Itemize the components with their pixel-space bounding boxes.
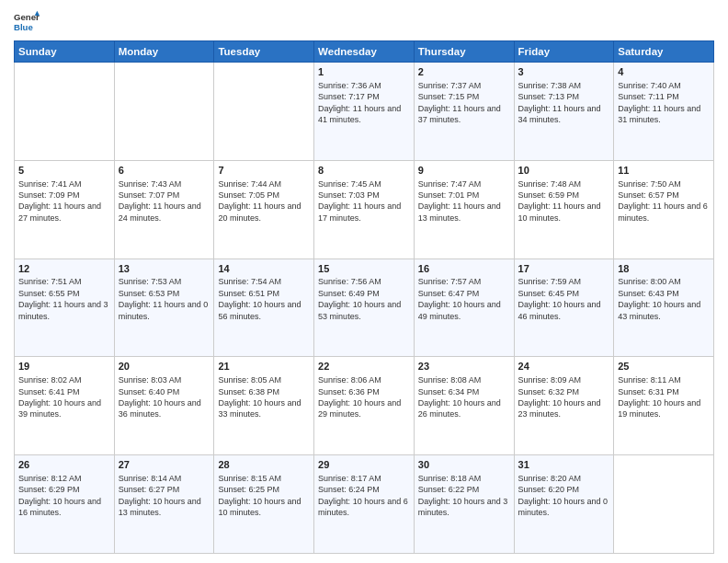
header: General Blue [14, 9, 714, 35]
cell-info: Sunrise: 8:00 AM Sunset: 6:43 PM Dayligh… [618, 276, 710, 322]
cell-info: Sunrise: 7:54 AM Sunset: 6:51 PM Dayligh… [218, 276, 310, 322]
logo-icon: General Blue [14, 9, 40, 35]
day-number: 14 [218, 262, 310, 276]
cell-info: Sunrise: 7:57 AM Sunset: 6:47 PM Dayligh… [418, 276, 510, 322]
calendar-cell: 19Sunrise: 8:02 AM Sunset: 6:41 PM Dayli… [15, 357, 115, 455]
col-header-sunday: Sunday [15, 41, 115, 63]
calendar-cell: 2Sunrise: 7:37 AM Sunset: 7:15 PM Daylig… [414, 63, 514, 161]
day-number: 17 [518, 262, 610, 276]
calendar-cell: 14Sunrise: 7:54 AM Sunset: 6:51 PM Dayli… [214, 259, 314, 357]
calendar-cell [614, 455, 714, 554]
calendar-cell: 17Sunrise: 7:59 AM Sunset: 6:45 PM Dayli… [514, 259, 614, 357]
calendar-cell: 30Sunrise: 8:18 AM Sunset: 6:22 PM Dayli… [414, 455, 514, 554]
day-number: 8 [318, 164, 410, 178]
calendar-week-2: 5Sunrise: 7:41 AM Sunset: 7:09 PM Daylig… [15, 160, 714, 259]
day-number: 9 [418, 164, 510, 178]
day-number: 22 [318, 360, 410, 373]
calendar-cell: 6Sunrise: 7:43 AM Sunset: 7:07 PM Daylig… [114, 160, 214, 259]
col-header-tuesday: Tuesday [214, 41, 314, 63]
calendar-week-1: 1Sunrise: 7:36 AM Sunset: 7:17 PM Daylig… [15, 63, 714, 161]
calendar-cell: 20Sunrise: 8:03 AM Sunset: 6:40 PM Dayli… [114, 357, 214, 455]
calendar-week-3: 12Sunrise: 7:51 AM Sunset: 6:55 PM Dayli… [15, 259, 714, 357]
day-number: 10 [518, 164, 610, 178]
day-number: 29 [318, 458, 410, 472]
day-number: 11 [618, 164, 710, 178]
cell-info: Sunrise: 7:48 AM Sunset: 6:59 PM Dayligh… [518, 178, 610, 224]
calendar-cell: 31Sunrise: 8:20 AM Sunset: 6:20 PM Dayli… [514, 455, 614, 554]
calendar-cell: 1Sunrise: 7:36 AM Sunset: 7:17 PM Daylig… [314, 63, 415, 161]
day-number: 24 [518, 360, 610, 373]
calendar-cell: 11Sunrise: 7:50 AM Sunset: 6:57 PM Dayli… [614, 160, 714, 259]
col-header-monday: Monday [114, 41, 214, 63]
calendar-cell: 9Sunrise: 7:47 AM Sunset: 7:01 PM Daylig… [414, 160, 514, 259]
cell-info: Sunrise: 8:12 AM Sunset: 6:29 PM Dayligh… [18, 473, 110, 519]
col-header-friday: Friday [514, 41, 614, 63]
cell-info: Sunrise: 7:41 AM Sunset: 7:09 PM Dayligh… [18, 178, 110, 224]
day-number: 30 [418, 458, 510, 472]
col-header-thursday: Thursday [414, 41, 514, 63]
calendar-week-5: 26Sunrise: 8:12 AM Sunset: 6:29 PM Dayli… [15, 455, 714, 554]
calendar-week-4: 19Sunrise: 8:02 AM Sunset: 6:41 PM Dayli… [15, 357, 714, 455]
calendar-cell: 23Sunrise: 8:08 AM Sunset: 6:34 PM Dayli… [414, 357, 514, 455]
day-number: 25 [618, 360, 710, 373]
day-number: 5 [18, 164, 110, 178]
day-number: 6 [119, 164, 210, 178]
day-number: 31 [518, 458, 610, 472]
cell-info: Sunrise: 7:37 AM Sunset: 7:15 PM Dayligh… [418, 80, 510, 126]
day-number: 19 [18, 360, 110, 373]
calendar-cell: 24Sunrise: 8:09 AM Sunset: 6:32 PM Dayli… [514, 357, 614, 455]
cell-info: Sunrise: 7:47 AM Sunset: 7:01 PM Dayligh… [418, 178, 510, 224]
calendar-cell: 28Sunrise: 8:15 AM Sunset: 6:25 PM Dayli… [214, 455, 314, 554]
cell-info: Sunrise: 8:15 AM Sunset: 6:25 PM Dayligh… [218, 473, 310, 519]
col-header-wednesday: Wednesday [314, 41, 415, 63]
calendar-cell: 27Sunrise: 8:14 AM Sunset: 6:27 PM Dayli… [114, 455, 214, 554]
day-number: 2 [418, 65, 510, 79]
cell-info: Sunrise: 8:17 AM Sunset: 6:24 PM Dayligh… [318, 473, 410, 519]
day-number: 16 [418, 262, 510, 276]
day-number: 7 [218, 164, 310, 178]
day-number: 27 [119, 458, 210, 472]
cell-info: Sunrise: 7:36 AM Sunset: 7:17 PM Dayligh… [318, 80, 410, 126]
day-number: 26 [18, 458, 110, 472]
calendar-cell: 29Sunrise: 8:17 AM Sunset: 6:24 PM Dayli… [314, 455, 415, 554]
cell-info: Sunrise: 8:06 AM Sunset: 6:36 PM Dayligh… [318, 374, 410, 420]
cell-info: Sunrise: 8:05 AM Sunset: 6:38 PM Dayligh… [218, 374, 310, 420]
calendar-cell [214, 63, 314, 161]
cell-info: Sunrise: 8:18 AM Sunset: 6:22 PM Dayligh… [418, 473, 510, 519]
calendar-cell: 13Sunrise: 7:53 AM Sunset: 6:53 PM Dayli… [114, 259, 214, 357]
cell-info: Sunrise: 8:20 AM Sunset: 6:20 PM Dayligh… [518, 473, 610, 519]
calendar-cell: 16Sunrise: 7:57 AM Sunset: 6:47 PM Dayli… [414, 259, 514, 357]
calendar-cell: 18Sunrise: 8:00 AM Sunset: 6:43 PM Dayli… [614, 259, 714, 357]
calendar-cell: 4Sunrise: 7:40 AM Sunset: 7:11 PM Daylig… [614, 63, 714, 161]
calendar-cell: 21Sunrise: 8:05 AM Sunset: 6:38 PM Dayli… [214, 357, 314, 455]
cell-info: Sunrise: 8:11 AM Sunset: 6:31 PM Dayligh… [618, 374, 710, 420]
cell-info: Sunrise: 8:14 AM Sunset: 6:27 PM Dayligh… [119, 473, 210, 519]
cell-info: Sunrise: 7:53 AM Sunset: 6:53 PM Dayligh… [119, 276, 210, 322]
day-number: 21 [218, 360, 310, 373]
cell-info: Sunrise: 7:45 AM Sunset: 7:03 PM Dayligh… [318, 178, 410, 224]
day-number: 18 [618, 262, 710, 276]
logo: General Blue [14, 9, 40, 35]
calendar-cell: 3Sunrise: 7:38 AM Sunset: 7:13 PM Daylig… [514, 63, 614, 161]
calendar-cell: 22Sunrise: 8:06 AM Sunset: 6:36 PM Dayli… [314, 357, 415, 455]
calendar-cell: 5Sunrise: 7:41 AM Sunset: 7:09 PM Daylig… [15, 160, 115, 259]
cell-info: Sunrise: 7:43 AM Sunset: 7:07 PM Dayligh… [119, 178, 210, 224]
day-number: 15 [318, 262, 410, 276]
cell-info: Sunrise: 7:59 AM Sunset: 6:45 PM Dayligh… [518, 276, 610, 322]
calendar-cell: 26Sunrise: 8:12 AM Sunset: 6:29 PM Dayli… [15, 455, 115, 554]
calendar-cell [114, 63, 214, 161]
page: General Blue SundayMondayTuesdayWednesda… [0, 0, 728, 563]
cell-info: Sunrise: 7:50 AM Sunset: 6:57 PM Dayligh… [618, 178, 710, 224]
day-number: 20 [119, 360, 210, 373]
day-number: 4 [618, 65, 710, 79]
col-header-saturday: Saturday [614, 41, 714, 63]
calendar-cell [15, 63, 115, 161]
day-number: 12 [18, 262, 110, 276]
calendar-table: SundayMondayTuesdayWednesdayThursdayFrid… [14, 40, 714, 554]
calendar-cell: 12Sunrise: 7:51 AM Sunset: 6:55 PM Dayli… [15, 259, 115, 357]
day-number: 13 [119, 262, 210, 276]
calendar-cell: 15Sunrise: 7:56 AM Sunset: 6:49 PM Dayli… [314, 259, 415, 357]
cell-info: Sunrise: 7:56 AM Sunset: 6:49 PM Dayligh… [318, 276, 410, 322]
cell-info: Sunrise: 7:40 AM Sunset: 7:11 PM Dayligh… [618, 80, 710, 126]
day-number: 3 [518, 65, 610, 79]
